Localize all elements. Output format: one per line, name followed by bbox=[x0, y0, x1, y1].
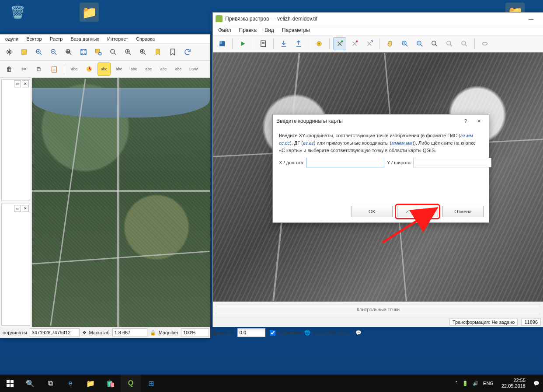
svg-rect-6 bbox=[95, 49, 99, 53]
browser-panel[interactable]: ▭✕ bbox=[1, 204, 30, 326]
link-georef-icon[interactable] bbox=[478, 37, 491, 50]
coord-input[interactable] bbox=[30, 328, 80, 337]
load-gcp-icon[interactable] bbox=[277, 37, 290, 50]
zoom-native-icon[interactable]: 1:1 bbox=[62, 45, 75, 59]
label-change-icon[interactable]: abc bbox=[172, 62, 185, 76]
panel-undock-icon[interactable]: ▭ bbox=[14, 205, 21, 212]
new-bookmark-icon[interactable] bbox=[151, 45, 164, 59]
label-move-icon[interactable]: abc bbox=[142, 62, 155, 76]
svg-text:1:1: 1:1 bbox=[67, 50, 70, 53]
store-icon[interactable]: 🛍️ bbox=[101, 375, 121, 392]
messages-icon[interactable]: 💬 bbox=[355, 330, 362, 336]
pan-icon[interactable] bbox=[383, 37, 397, 50]
diagram-icon[interactable] bbox=[83, 62, 96, 76]
csw-icon[interactable]: CSW bbox=[187, 62, 200, 76]
menu-settings[interactable]: Параметры bbox=[278, 26, 313, 34]
zoom-full-icon[interactable] bbox=[77, 45, 90, 59]
zoom-next-icon[interactable] bbox=[458, 37, 471, 50]
label-abc-icon[interactable]: abc bbox=[68, 62, 81, 76]
lock-icon[interactable]: 🔒 bbox=[150, 330, 156, 336]
zoom-layer-icon[interactable] bbox=[428, 37, 441, 50]
ok-button[interactable]: OK bbox=[352, 206, 393, 217]
y-latitude-input[interactable] bbox=[413, 158, 491, 167]
battery-icon[interactable]: 🔋 bbox=[462, 381, 468, 386]
paste-icon[interactable]: 📋 bbox=[47, 62, 60, 76]
panel-close-icon[interactable]: ✕ bbox=[22, 205, 29, 212]
notifications-icon[interactable]: 💬 bbox=[533, 381, 540, 386]
delete-point-icon[interactable] bbox=[348, 37, 361, 50]
from-map-button[interactable]: С карты bbox=[397, 206, 438, 217]
menu-file[interactable]: Файл bbox=[215, 26, 235, 34]
save-gcp-icon[interactable] bbox=[292, 37, 305, 50]
zoom-last-icon[interactable] bbox=[122, 45, 135, 59]
zoom-selection-icon[interactable] bbox=[92, 45, 105, 59]
label-pin-icon[interactable]: abc bbox=[112, 62, 125, 76]
settings-taskbar-icon[interactable]: ⊞ bbox=[141, 375, 161, 392]
open-raster-icon[interactable] bbox=[216, 37, 229, 50]
dialog-titlebar[interactable]: Введите координаты карты ? ✕ bbox=[273, 114, 489, 128]
svg-point-8 bbox=[111, 49, 115, 53]
cut-icon[interactable]: ✂ bbox=[17, 62, 31, 76]
magnifier-input[interactable] bbox=[181, 328, 209, 337]
pan-icon[interactable] bbox=[3, 45, 16, 59]
refresh-icon[interactable] bbox=[181, 45, 194, 59]
language-indicator[interactable]: ENG bbox=[483, 381, 494, 386]
task-view-icon[interactable]: ⧉ bbox=[40, 375, 60, 392]
extents-icon[interactable]: ❖ bbox=[82, 330, 87, 336]
label-unpin-icon[interactable]: abc bbox=[127, 62, 140, 76]
zoom-out-icon[interactable] bbox=[413, 37, 426, 50]
cancel-button[interactable]: Отмена bbox=[442, 206, 484, 217]
recycle-bin-icon[interactable]: 🗑️ bbox=[8, 3, 27, 22]
menu-view[interactable]: Вид bbox=[261, 26, 278, 34]
menu-web[interactable]: Интернет bbox=[104, 35, 132, 42]
explorer-icon[interactable]: 📁 bbox=[80, 375, 101, 392]
start-button[interactable] bbox=[0, 375, 20, 392]
add-point-icon[interactable] bbox=[333, 37, 346, 50]
edge-icon[interactable]: e bbox=[60, 375, 80, 392]
panel-close-icon[interactable]: ✕ bbox=[22, 80, 29, 87]
panel-undock-icon[interactable]: ▭ bbox=[14, 80, 21, 87]
menu-raster[interactable]: Растр bbox=[46, 35, 66, 42]
volume-icon[interactable]: 🔊 bbox=[473, 381, 479, 386]
generate-script-icon[interactable] bbox=[257, 37, 270, 50]
label-highlight-icon[interactable]: abc bbox=[97, 62, 111, 76]
move-point-icon[interactable] bbox=[363, 37, 376, 50]
search-icon[interactable]: 🔍 bbox=[20, 375, 40, 392]
crs-icon[interactable]: 🌐 bbox=[304, 330, 310, 336]
start-georef-icon[interactable] bbox=[236, 37, 249, 50]
folder-icon[interactable]: 📁 bbox=[80, 3, 99, 22]
menu-vector[interactable]: Вектор bbox=[23, 35, 45, 42]
qgis-taskbar-icon[interactable]: Q bbox=[121, 375, 141, 392]
pan-to-selection-icon[interactable] bbox=[17, 45, 31, 59]
render-checkbox[interactable]: Отрисовка bbox=[268, 329, 302, 337]
label-rotate-icon[interactable]: abc bbox=[157, 62, 170, 76]
help-button[interactable]: ? bbox=[459, 115, 472, 127]
minimize-button[interactable]: — bbox=[522, 13, 541, 25]
qgis-map-canvas[interactable] bbox=[32, 78, 210, 327]
menu-help[interactable]: Справка bbox=[132, 35, 158, 42]
copy-icon[interactable]: ⧉ bbox=[32, 62, 45, 76]
menu-database[interactable]: База данных bbox=[67, 35, 103, 42]
tray-chevron-icon[interactable]: ˄ bbox=[455, 381, 458, 386]
zoom-next-icon[interactable] bbox=[136, 45, 150, 59]
menu-edit[interactable]: Правка bbox=[236, 26, 261, 34]
show-bookmarks-icon[interactable] bbox=[166, 45, 179, 59]
zoom-last-icon[interactable] bbox=[443, 37, 456, 50]
transformation-settings-icon[interactable] bbox=[313, 37, 326, 50]
zoom-in-icon[interactable] bbox=[32, 45, 45, 59]
gcp-table-header[interactable]: Контрольные точки bbox=[213, 302, 543, 317]
georef-titlebar[interactable]: Привязка растров — velizh-demidov.tif — bbox=[213, 13, 543, 25]
crs-label[interactable]: EPSG:3857 (OTF) bbox=[313, 330, 352, 335]
rotation-input[interactable] bbox=[237, 328, 265, 337]
layers-panel[interactable]: ▭✕ bbox=[1, 79, 30, 201]
qgis-toolbar-label: 🗑 ✂ ⧉ 📋 abc abc abc abc abc abc abc CSW bbox=[0, 61, 210, 78]
close-button[interactable]: ✕ bbox=[472, 115, 485, 127]
zoom-in-icon[interactable] bbox=[398, 37, 411, 50]
scale-input[interactable] bbox=[112, 328, 147, 337]
zoom-out-icon[interactable] bbox=[47, 45, 60, 59]
delete-icon[interactable]: 🗑 bbox=[3, 62, 16, 76]
clock[interactable]: 22:5522.05.2018 bbox=[498, 378, 529, 389]
zoom-layer-icon[interactable] bbox=[107, 45, 120, 59]
x-longitude-input[interactable] bbox=[306, 158, 384, 167]
menu-modules[interactable]: одули bbox=[2, 35, 22, 42]
